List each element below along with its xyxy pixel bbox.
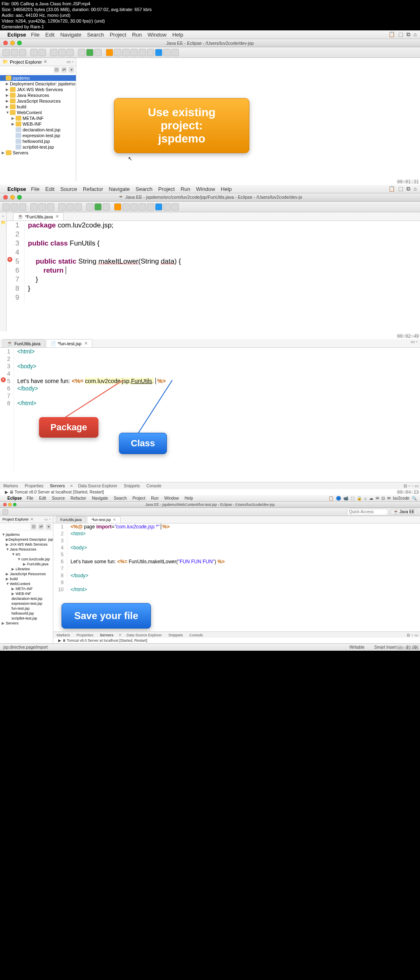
zoom-button[interactable] [13, 503, 16, 506]
close-icon[interactable]: ✕ [84, 341, 88, 346]
editor-tab-funtest[interactable]: *fun-test.jsp✕ [87, 516, 121, 523]
menu-icon[interactable]: ▾ [68, 67, 74, 73]
menu-file[interactable]: File [31, 32, 40, 38]
tray-icon-2[interactable]: ⧉ [406, 31, 410, 38]
menu-refactor[interactable]: Refactor [83, 186, 103, 192]
tree-item[interactable]: build [10, 577, 18, 581]
tb-btn[interactable] [30, 49, 38, 56]
tb-btn[interactable] [171, 203, 179, 211]
menu-search[interactable]: Search [136, 186, 153, 192]
save-all-button[interactable] [19, 49, 26, 56]
icon[interactable]: ▫ [412, 633, 413, 637]
menu-edit[interactable]: Edit [39, 496, 46, 500]
tb-btn[interactable] [122, 49, 130, 56]
editor-tab-funutils[interactable]: ☕FunUtils.java [2, 339, 45, 347]
run-button[interactable] [86, 49, 94, 56]
app-name[interactable]: Eclipse [7, 186, 26, 192]
tray-icon[interactable]: 📋 [329, 496, 333, 500]
tree-item[interactable]: JavaScript Resources [10, 572, 46, 576]
evernote-icon[interactable]: 📋 [388, 31, 395, 38]
minimize-button[interactable] [10, 195, 15, 200]
tb-btn[interactable] [2, 203, 10, 211]
tab-markers[interactable]: Markers [2, 483, 20, 489]
app-name[interactable]: Eclipse [7, 496, 22, 500]
tray-icon[interactable]: 📹 [343, 496, 348, 500]
tb-btn[interactable] [39, 49, 46, 56]
menu-edit[interactable]: Edit [45, 32, 54, 38]
tb-btn[interactable] [106, 49, 113, 56]
error-marker[interactable]: ✕ [7, 257, 12, 262]
tree-item[interactable]: fun-test.jsp [11, 606, 30, 610]
icon[interactable]: ⊟ [404, 484, 407, 488]
code-editor[interactable]: 123456789 package com.luv2code.jsp; publ… [7, 221, 420, 302]
tree-item[interactable]: scriptlet-test.jsp [23, 145, 54, 149]
icon[interactable]: ⊟ [407, 633, 410, 637]
icon[interactable]: ▫ [411, 484, 413, 488]
error-marker[interactable]: ✕ [1, 377, 6, 382]
tray-icon-2[interactable]: ⧉ [406, 186, 410, 192]
zoom-button[interactable] [17, 195, 22, 200]
tab-dse[interactable]: Data Source Explorer [76, 483, 119, 489]
user-name[interactable]: luv2code [393, 496, 409, 500]
tree-item[interactable]: helloworld.jsp [23, 139, 50, 144]
menu-source[interactable]: Source [60, 186, 77, 192]
tb-btn[interactable] [147, 203, 154, 211]
tree-item[interactable]: build [17, 104, 26, 109]
code-body[interactable]: package com.luv2code.jsp; public class F… [25, 221, 420, 302]
close-icon[interactable]: ✕ [55, 214, 59, 219]
tb-btn[interactable] [163, 49, 171, 56]
tb-btn[interactable] [155, 203, 162, 211]
tree-item[interactable]: JAX-WS Web Services [17, 87, 63, 92]
evernote-icon[interactable]: 📋 [388, 186, 395, 192]
minimize-button[interactable] [10, 41, 15, 45]
tb-btn[interactable] [130, 203, 138, 211]
tree-servers[interactable]: Servers [6, 621, 18, 625]
view-controls[interactable]: ▭ ▫ [411, 339, 418, 347]
tree-item[interactable]: declaration-test.jsp [23, 127, 60, 132]
app-name[interactable]: Eclipse [7, 32, 26, 38]
editor-tab-funutils[interactable]: ☕*FunUtils.java✕ [13, 212, 64, 220]
menu-window[interactable]: Window [164, 496, 179, 500]
tray-icon[interactable]: ✉ [376, 496, 379, 500]
icon[interactable]: ▭ [415, 484, 418, 488]
tree-item[interactable]: Java Resources [17, 93, 49, 98]
editor-tab-funtest[interactable]: 📄*fun-test.jsp✕ [46, 339, 92, 347]
tray-icon[interactable]: ⬚ [398, 186, 403, 192]
minimize-button[interactable] [8, 503, 11, 506]
tree-item[interactable]: JavaScript Resources [17, 99, 61, 103]
close-icon[interactable]: ✕ [113, 518, 116, 522]
tree-item[interactable]: com.luv2code.jsp [21, 557, 50, 561]
tab-snippets[interactable]: Snippets [122, 483, 142, 489]
explorer-icon[interactable]: 📁 [1, 220, 6, 225]
tree-item[interactable]: FunUtils.java [27, 562, 48, 566]
save-button[interactable] [11, 49, 18, 56]
tray-icon[interactable]: ⌂ [364, 496, 367, 500]
icon[interactable]: ▭ [415, 633, 418, 637]
menu-project[interactable]: Project [132, 496, 145, 500]
close-icon[interactable]: ✕ [30, 517, 34, 521]
menu-refactor[interactable]: Refactor [71, 496, 86, 500]
tb-btn[interactable] [2, 509, 8, 515]
tray-icon[interactable]: ⊡ [381, 496, 385, 500]
tb-btn[interactable] [86, 203, 94, 211]
menu-run[interactable]: Run [180, 186, 190, 192]
tray-icon[interactable]: ☁ [369, 496, 373, 500]
tb-btn[interactable] [50, 49, 57, 56]
tree-item[interactable]: Libraries [16, 567, 30, 571]
icon[interactable]: ⇄ [38, 524, 44, 530]
tree-item[interactable]: WebContent [10, 582, 30, 586]
tab-console[interactable]: Console [145, 483, 163, 489]
tb-btn[interactable] [163, 203, 171, 211]
tb-btn[interactable] [114, 203, 121, 211]
tb-btn[interactable] [171, 49, 179, 56]
menu-project[interactable]: Project [158, 186, 175, 192]
tray-icon[interactable]: ⬚ [398, 31, 403, 38]
menu-window[interactable]: Window [148, 32, 167, 38]
menu-source[interactable]: Source [52, 496, 65, 500]
menu-file[interactable]: File [31, 186, 40, 192]
server-status[interactable]: ▶ 🖥 Tomcat v8.0 Server at localhost [Sta… [53, 637, 420, 643]
tb-btn[interactable] [122, 203, 130, 211]
tree-item[interactable]: META-INF [23, 116, 43, 121]
tray-icon[interactable]: 🔒 [357, 496, 362, 500]
tb-btn[interactable] [39, 203, 46, 211]
